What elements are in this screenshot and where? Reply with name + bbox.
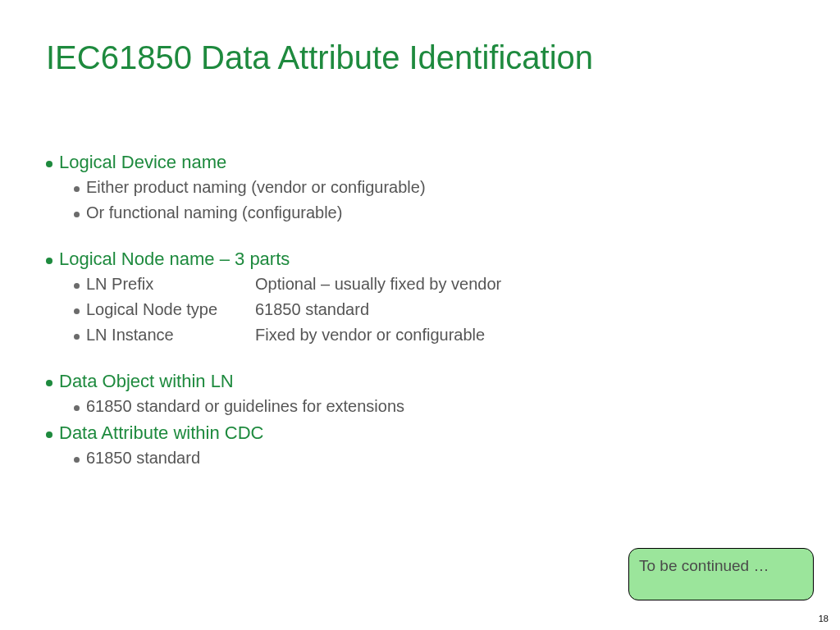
item-text: 61850 standard or guidelines for extensi… bbox=[86, 397, 404, 416]
section-heading: Data Attribute within CDC bbox=[46, 422, 794, 444]
slide-content: Logical Device name Either product namin… bbox=[46, 152, 794, 468]
item-text: Logical Node type61850 standard bbox=[86, 300, 369, 319]
section-heading: Data Object within LN bbox=[46, 371, 794, 392]
list-item: Or functional naming (configurable) bbox=[74, 203, 794, 222]
item-col1: LN Instance bbox=[86, 326, 255, 345]
section-heading: Logical Device name bbox=[46, 152, 794, 173]
item-text: 61850 standard bbox=[86, 449, 200, 468]
bullet-icon bbox=[46, 431, 52, 438]
page-number: 18 bbox=[819, 614, 829, 623]
heading-text: Logical Device name bbox=[59, 152, 226, 173]
slide-title: IEC61850 Data Attribute Identification bbox=[46, 39, 794, 76]
bullet-icon bbox=[74, 186, 80, 192]
slide: IEC61850 Data Attribute Identification L… bbox=[0, 0, 840, 630]
list-item: 61850 standard bbox=[74, 449, 794, 468]
bullet-icon bbox=[74, 308, 80, 314]
item-text: Either product naming (vendor or configu… bbox=[86, 178, 426, 197]
item-col1: LN Prefix bbox=[86, 275, 255, 294]
item-col2: 61850 standard bbox=[255, 300, 369, 318]
item-text: LN InstanceFixed by vendor or configurab… bbox=[86, 326, 485, 345]
heading-text: Data Object within LN bbox=[59, 371, 234, 392]
item-text: Or functional naming (configurable) bbox=[86, 203, 342, 222]
bullet-icon bbox=[46, 161, 52, 167]
heading-text: Logical Node name – 3 parts bbox=[59, 249, 290, 270]
item-col2: Fixed by vendor or configurable bbox=[255, 326, 485, 344]
bullet-icon bbox=[74, 457, 80, 463]
bullet-icon bbox=[74, 283, 80, 289]
heading-text: Data Attribute within CDC bbox=[59, 422, 263, 444]
callout-box: To be continued … bbox=[628, 548, 814, 600]
bullet-icon bbox=[46, 380, 52, 386]
item-text: LN PrefixOptional – usually fixed by ven… bbox=[86, 275, 501, 294]
bullet-icon bbox=[74, 334, 80, 340]
sub-list: 61850 standard bbox=[46, 449, 794, 468]
list-item: LN PrefixOptional – usually fixed by ven… bbox=[74, 275, 794, 294]
sub-list: Either product naming (vendor or configu… bbox=[46, 178, 794, 222]
bullet-icon bbox=[74, 405, 80, 411]
item-col2: Optional – usually fixed by vendor bbox=[255, 275, 501, 293]
sub-list: LN PrefixOptional – usually fixed by ven… bbox=[46, 275, 794, 345]
list-item: Logical Node type61850 standard bbox=[74, 300, 794, 319]
list-item: 61850 standard or guidelines for extensi… bbox=[74, 397, 794, 416]
list-item: LN InstanceFixed by vendor or configurab… bbox=[74, 326, 794, 345]
list-item: Either product naming (vendor or configu… bbox=[74, 178, 794, 197]
sub-list: 61850 standard or guidelines for extensi… bbox=[46, 397, 794, 416]
bullet-icon bbox=[74, 212, 80, 217]
section-heading: Logical Node name – 3 parts bbox=[46, 249, 794, 270]
bullet-icon bbox=[46, 258, 52, 264]
item-col1: Logical Node type bbox=[86, 300, 255, 319]
